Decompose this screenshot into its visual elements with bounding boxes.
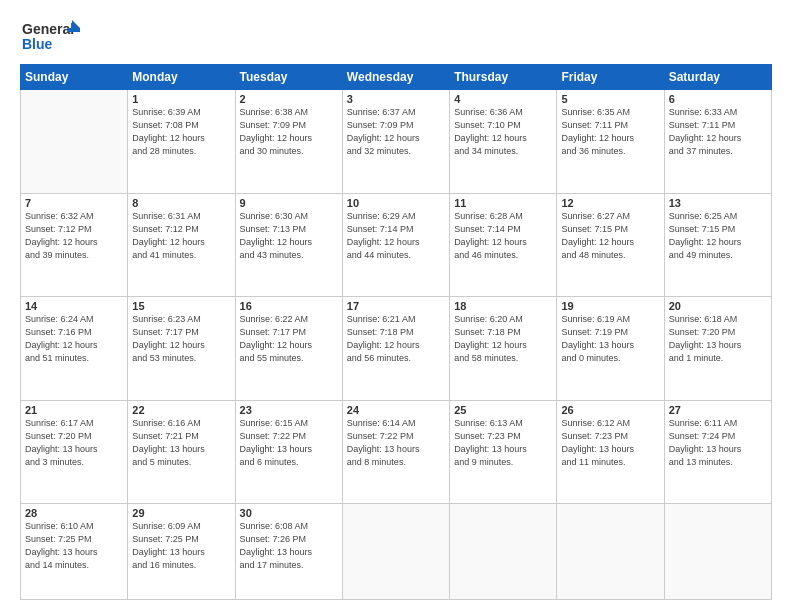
calendar-day: 10Sunrise: 6:29 AMSunset: 7:14 PMDayligh… bbox=[342, 193, 449, 297]
day-number: 15 bbox=[132, 300, 230, 312]
day-number: 28 bbox=[25, 507, 123, 519]
day-number: 22 bbox=[132, 404, 230, 416]
day-number: 13 bbox=[669, 197, 767, 209]
calendar-day: 22Sunrise: 6:16 AMSunset: 7:21 PMDayligh… bbox=[128, 400, 235, 504]
day-info: Sunrise: 6:13 AMSunset: 7:23 PMDaylight:… bbox=[454, 417, 552, 469]
day-info: Sunrise: 6:08 AMSunset: 7:26 PMDaylight:… bbox=[240, 520, 338, 572]
week-row-1: 1Sunrise: 6:39 AMSunset: 7:08 PMDaylight… bbox=[21, 90, 772, 194]
calendar-day: 30Sunrise: 6:08 AMSunset: 7:26 PMDayligh… bbox=[235, 504, 342, 600]
calendar-day: 7Sunrise: 6:32 AMSunset: 7:12 PMDaylight… bbox=[21, 193, 128, 297]
calendar-day bbox=[450, 504, 557, 600]
day-number: 20 bbox=[669, 300, 767, 312]
day-info: Sunrise: 6:23 AMSunset: 7:17 PMDaylight:… bbox=[132, 313, 230, 365]
day-number: 5 bbox=[561, 93, 659, 105]
svg-text:Blue: Blue bbox=[22, 36, 53, 52]
calendar-day bbox=[342, 504, 449, 600]
weekday-header-wednesday: Wednesday bbox=[342, 65, 449, 90]
weekday-header-tuesday: Tuesday bbox=[235, 65, 342, 90]
calendar-day: 16Sunrise: 6:22 AMSunset: 7:17 PMDayligh… bbox=[235, 297, 342, 401]
calendar-day: 15Sunrise: 6:23 AMSunset: 7:17 PMDayligh… bbox=[128, 297, 235, 401]
calendar-day: 6Sunrise: 6:33 AMSunset: 7:11 PMDaylight… bbox=[664, 90, 771, 194]
day-info: Sunrise: 6:36 AMSunset: 7:10 PMDaylight:… bbox=[454, 106, 552, 158]
calendar-day: 11Sunrise: 6:28 AMSunset: 7:14 PMDayligh… bbox=[450, 193, 557, 297]
weekday-header-row: SundayMondayTuesdayWednesdayThursdayFrid… bbox=[21, 65, 772, 90]
day-number: 25 bbox=[454, 404, 552, 416]
calendar-day: 12Sunrise: 6:27 AMSunset: 7:15 PMDayligh… bbox=[557, 193, 664, 297]
calendar-day: 21Sunrise: 6:17 AMSunset: 7:20 PMDayligh… bbox=[21, 400, 128, 504]
calendar-day: 2Sunrise: 6:38 AMSunset: 7:09 PMDaylight… bbox=[235, 90, 342, 194]
day-info: Sunrise: 6:32 AMSunset: 7:12 PMDaylight:… bbox=[25, 210, 123, 262]
calendar-day: 27Sunrise: 6:11 AMSunset: 7:24 PMDayligh… bbox=[664, 400, 771, 504]
calendar-day: 24Sunrise: 6:14 AMSunset: 7:22 PMDayligh… bbox=[342, 400, 449, 504]
day-info: Sunrise: 6:27 AMSunset: 7:15 PMDaylight:… bbox=[561, 210, 659, 262]
calendar-day: 8Sunrise: 6:31 AMSunset: 7:12 PMDaylight… bbox=[128, 193, 235, 297]
day-info: Sunrise: 6:28 AMSunset: 7:14 PMDaylight:… bbox=[454, 210, 552, 262]
day-info: Sunrise: 6:10 AMSunset: 7:25 PMDaylight:… bbox=[25, 520, 123, 572]
day-info: Sunrise: 6:33 AMSunset: 7:11 PMDaylight:… bbox=[669, 106, 767, 158]
logo: GeneralBlue bbox=[20, 18, 80, 54]
week-row-3: 14Sunrise: 6:24 AMSunset: 7:16 PMDayligh… bbox=[21, 297, 772, 401]
calendar-day: 28Sunrise: 6:10 AMSunset: 7:25 PMDayligh… bbox=[21, 504, 128, 600]
calendar-day: 3Sunrise: 6:37 AMSunset: 7:09 PMDaylight… bbox=[342, 90, 449, 194]
calendar-day: 9Sunrise: 6:30 AMSunset: 7:13 PMDaylight… bbox=[235, 193, 342, 297]
day-number: 2 bbox=[240, 93, 338, 105]
day-info: Sunrise: 6:11 AMSunset: 7:24 PMDaylight:… bbox=[669, 417, 767, 469]
day-info: Sunrise: 6:22 AMSunset: 7:17 PMDaylight:… bbox=[240, 313, 338, 365]
calendar-day: 1Sunrise: 6:39 AMSunset: 7:08 PMDaylight… bbox=[128, 90, 235, 194]
day-number: 18 bbox=[454, 300, 552, 312]
day-info: Sunrise: 6:20 AMSunset: 7:18 PMDaylight:… bbox=[454, 313, 552, 365]
day-number: 4 bbox=[454, 93, 552, 105]
day-number: 21 bbox=[25, 404, 123, 416]
day-number: 23 bbox=[240, 404, 338, 416]
day-info: Sunrise: 6:19 AMSunset: 7:19 PMDaylight:… bbox=[561, 313, 659, 365]
page-header: GeneralBlue bbox=[20, 18, 772, 54]
day-info: Sunrise: 6:12 AMSunset: 7:23 PMDaylight:… bbox=[561, 417, 659, 469]
day-info: Sunrise: 6:29 AMSunset: 7:14 PMDaylight:… bbox=[347, 210, 445, 262]
day-info: Sunrise: 6:09 AMSunset: 7:25 PMDaylight:… bbox=[132, 520, 230, 572]
day-info: Sunrise: 6:30 AMSunset: 7:13 PMDaylight:… bbox=[240, 210, 338, 262]
day-info: Sunrise: 6:21 AMSunset: 7:18 PMDaylight:… bbox=[347, 313, 445, 365]
day-info: Sunrise: 6:31 AMSunset: 7:12 PMDaylight:… bbox=[132, 210, 230, 262]
calendar-day: 29Sunrise: 6:09 AMSunset: 7:25 PMDayligh… bbox=[128, 504, 235, 600]
day-info: Sunrise: 6:24 AMSunset: 7:16 PMDaylight:… bbox=[25, 313, 123, 365]
calendar-day: 18Sunrise: 6:20 AMSunset: 7:18 PMDayligh… bbox=[450, 297, 557, 401]
day-info: Sunrise: 6:37 AMSunset: 7:09 PMDaylight:… bbox=[347, 106, 445, 158]
calendar-day bbox=[557, 504, 664, 600]
weekday-header-monday: Monday bbox=[128, 65, 235, 90]
day-info: Sunrise: 6:14 AMSunset: 7:22 PMDaylight:… bbox=[347, 417, 445, 469]
day-info: Sunrise: 6:15 AMSunset: 7:22 PMDaylight:… bbox=[240, 417, 338, 469]
calendar-day: 20Sunrise: 6:18 AMSunset: 7:20 PMDayligh… bbox=[664, 297, 771, 401]
day-info: Sunrise: 6:16 AMSunset: 7:21 PMDaylight:… bbox=[132, 417, 230, 469]
calendar-day bbox=[664, 504, 771, 600]
day-info: Sunrise: 6:18 AMSunset: 7:20 PMDaylight:… bbox=[669, 313, 767, 365]
day-number: 8 bbox=[132, 197, 230, 209]
calendar-day: 23Sunrise: 6:15 AMSunset: 7:22 PMDayligh… bbox=[235, 400, 342, 504]
day-number: 6 bbox=[669, 93, 767, 105]
svg-rect-3 bbox=[68, 28, 80, 32]
day-number: 3 bbox=[347, 93, 445, 105]
calendar-day bbox=[21, 90, 128, 194]
day-number: 12 bbox=[561, 197, 659, 209]
week-row-4: 21Sunrise: 6:17 AMSunset: 7:20 PMDayligh… bbox=[21, 400, 772, 504]
day-number: 27 bbox=[669, 404, 767, 416]
calendar-day: 17Sunrise: 6:21 AMSunset: 7:18 PMDayligh… bbox=[342, 297, 449, 401]
calendar-day: 5Sunrise: 6:35 AMSunset: 7:11 PMDaylight… bbox=[557, 90, 664, 194]
day-number: 7 bbox=[25, 197, 123, 209]
logo-svg: GeneralBlue bbox=[20, 18, 80, 54]
day-number: 24 bbox=[347, 404, 445, 416]
day-info: Sunrise: 6:38 AMSunset: 7:09 PMDaylight:… bbox=[240, 106, 338, 158]
weekday-header-thursday: Thursday bbox=[450, 65, 557, 90]
day-number: 26 bbox=[561, 404, 659, 416]
day-number: 19 bbox=[561, 300, 659, 312]
calendar-day: 26Sunrise: 6:12 AMSunset: 7:23 PMDayligh… bbox=[557, 400, 664, 504]
calendar-table: SundayMondayTuesdayWednesdayThursdayFrid… bbox=[20, 64, 772, 600]
day-number: 11 bbox=[454, 197, 552, 209]
weekday-header-friday: Friday bbox=[557, 65, 664, 90]
weekday-header-saturday: Saturday bbox=[664, 65, 771, 90]
calendar-day: 19Sunrise: 6:19 AMSunset: 7:19 PMDayligh… bbox=[557, 297, 664, 401]
calendar-day: 4Sunrise: 6:36 AMSunset: 7:10 PMDaylight… bbox=[450, 90, 557, 194]
calendar-day: 13Sunrise: 6:25 AMSunset: 7:15 PMDayligh… bbox=[664, 193, 771, 297]
week-row-5: 28Sunrise: 6:10 AMSunset: 7:25 PMDayligh… bbox=[21, 504, 772, 600]
day-info: Sunrise: 6:25 AMSunset: 7:15 PMDaylight:… bbox=[669, 210, 767, 262]
svg-text:General: General bbox=[22, 21, 74, 37]
